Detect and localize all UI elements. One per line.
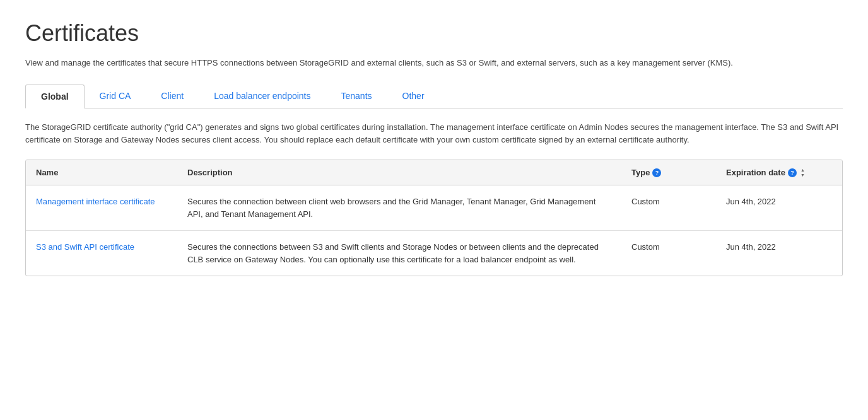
tab-other[interactable]: Other (387, 85, 440, 108)
global-description: The StorageGRID certificate authority ("… (25, 121, 843, 148)
col-expiration: Expiration date ? (716, 160, 842, 185)
tab-client[interactable]: Client (146, 85, 199, 108)
expiration-help-icon[interactable]: ? (788, 168, 797, 177)
table-row: S3 and Swift API certificate Secures the… (26, 231, 842, 276)
cert-expiration-cell: Jun 4th, 2022 (716, 231, 842, 276)
tab-tenants[interactable]: Tenants (326, 85, 387, 108)
expiration-sort-icon[interactable] (801, 168, 805, 177)
certificates-table: Name Description Type ? Expiration date … (26, 160, 842, 276)
col-description: Description (177, 160, 621, 185)
col-type: Type ? (621, 160, 716, 185)
tab-grid-ca[interactable]: Grid CA (85, 85, 146, 108)
page-subtitle: View and manage the certificates that se… (25, 57, 843, 69)
cert-name-cell: S3 and Swift API certificate (26, 231, 177, 276)
cert-description-cell: Secures the connections between S3 and S… (177, 231, 621, 276)
management-cert-link[interactable]: Management interface certificate (36, 197, 155, 206)
col-name: Name (26, 160, 177, 185)
cert-description-cell: Secures the connection between client we… (177, 185, 621, 231)
cert-name-cell: Management interface certificate (26, 185, 177, 231)
tab-load-balancer[interactable]: Load balancer endpoints (199, 85, 326, 108)
page-title: Certificates (25, 20, 843, 47)
cert-expiration-cell: Jun 4th, 2022 (716, 185, 842, 231)
s3-cert-link[interactable]: S3 and Swift API certificate (36, 242, 134, 252)
cert-type-cell: Custom (621, 185, 716, 231)
tab-global[interactable]: Global (25, 85, 85, 108)
type-help-icon[interactable]: ? (652, 168, 661, 177)
table-header-row: Name Description Type ? Expiration date … (26, 160, 842, 185)
certificates-table-container: Name Description Type ? Expiration date … (25, 160, 843, 276)
table-row: Management interface certificate Secures… (26, 185, 842, 231)
cert-type-cell: Custom (621, 231, 716, 276)
tabs-container: Global Grid CA Client Load balancer endp… (25, 85, 843, 108)
